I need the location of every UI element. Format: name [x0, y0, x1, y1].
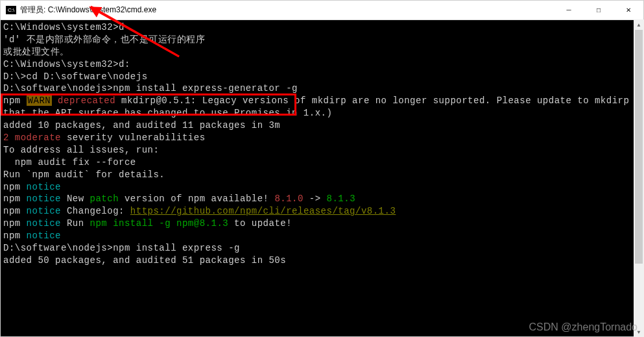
- output-line: To address all issues, run:: [3, 144, 641, 156]
- output-line: D:\software\nodejs>npm install express -…: [3, 242, 641, 255]
- output-line: 2 moderate severity vulnerabilities: [3, 132, 641, 144]
- maximize-button[interactable]: □: [584, 1, 614, 19]
- output-line: C:\Windows\system32>d: [3, 21, 641, 34]
- output-line: 或批处理文件。: [3, 46, 641, 58]
- output-line: added 10 packages, and audited 11 packag…: [3, 119, 641, 132]
- titlebar[interactable]: C:\ 管理员: C:\Windows\system32\cmd.exe ─ □…: [1, 1, 643, 20]
- output-line: that the API surface has changed to use …: [3, 107, 641, 119]
- output-line: 'd' 不是内部或外部命令，也不是可运行的程序: [3, 34, 641, 46]
- output-line: npm WARN deprecated mkdirp@0.5.1: Legacy…: [3, 95, 641, 107]
- scroll-up-icon[interactable]: ▲: [634, 19, 644, 30]
- output-line: C:\Windows\system32>d:: [3, 58, 641, 71]
- window-controls: ─ □ ✕: [554, 1, 643, 19]
- warn-badge: WARN: [27, 95, 53, 106]
- output-line: D:\>cd D:\software\nodejs: [3, 71, 641, 83]
- output-line: npm notice: [3, 181, 641, 193]
- output-line: added 50 packages, and audited 51 packag…: [3, 255, 641, 267]
- output-line: npm notice New patch version of npm avai…: [3, 193, 641, 205]
- cmd-window: C:\ 管理员: C:\Windows\system32\cmd.exe ─ □…: [0, 0, 644, 337]
- window-title: 管理员: C:\Windows\system32\cmd.exe: [20, 5, 554, 16]
- vertical-scrollbar[interactable]: ▲ ▼: [634, 19, 644, 337]
- watermark: CSDN @zhengTornado: [529, 321, 638, 333]
- terminal-output[interactable]: C:\Windows\system32>d 'd' 不是内部或外部命令，也不是可…: [1, 20, 643, 336]
- cmd-icon: C:\: [6, 6, 16, 14]
- scroll-thumb[interactable]: [635, 30, 643, 264]
- output-line: npm audit fix --force: [3, 156, 641, 169]
- output-line: npm notice: [3, 230, 641, 242]
- close-button[interactable]: ✕: [614, 1, 643, 19]
- output-line: npm notice Changelog: https://github.com…: [3, 205, 641, 218]
- output-line: npm notice Run npm install -g npm@8.1.3 …: [3, 218, 641, 230]
- output-line: Run `npm audit` for details.: [3, 169, 641, 181]
- output-line: D:\software\nodejs>npm install express-g…: [3, 82, 641, 95]
- minimize-button[interactable]: ─: [554, 1, 584, 19]
